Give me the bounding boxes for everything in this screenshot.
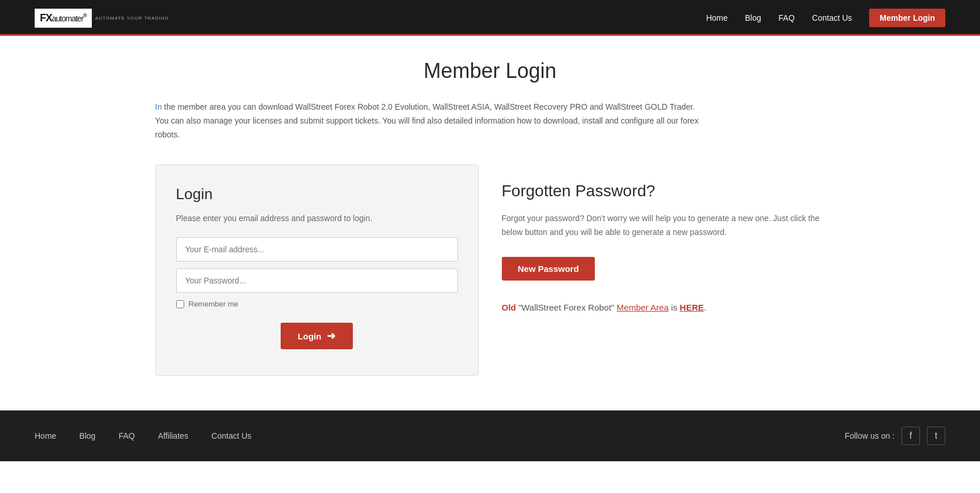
intro-body: the member area you can download WallStr…: [155, 102, 699, 139]
header: FXautomater® AUTOMATE YOUR TRADING Home …: [0, 0, 980, 36]
facebook-letter: f: [910, 431, 912, 441]
logo-fx-text: FX: [40, 12, 52, 24]
login-subtitle: Please enter you email address and passw…: [176, 214, 458, 223]
main-nav: Home Blog FAQ Contact Us Member Login: [706, 9, 945, 27]
remember-checkbox[interactable]: [176, 300, 184, 308]
facebook-icon[interactable]: f: [901, 427, 920, 445]
old-prefix: Old: [502, 302, 516, 312]
twitter-letter: t: [935, 431, 937, 441]
nav-member-login[interactable]: Member Login: [869, 9, 945, 27]
forgot-box: Forgotten Password? Forgot your password…: [502, 165, 825, 332]
remember-row: Remember me: [176, 300, 458, 308]
here-label: HERE: [680, 302, 704, 312]
two-col-layout: Login Please enter you email address and…: [155, 165, 825, 376]
footer-nav: Home Blog FAQ Affiliates Contact Us: [35, 431, 251, 440]
old-is: is: [671, 302, 677, 312]
email-input[interactable]: [176, 237, 458, 262]
logo-fx: FXautomater®: [35, 9, 92, 28]
forgot-description: Forgot your password? Don't worry we wil…: [502, 212, 825, 240]
logo-reg: ®: [83, 13, 87, 18]
nav-faq[interactable]: FAQ: [778, 13, 795, 23]
login-title: Login: [176, 185, 458, 203]
intro-text: In the member area you can download Wall…: [155, 100, 704, 141]
intro-highlight: In: [155, 102, 162, 111]
new-password-button[interactable]: New Password: [502, 257, 595, 281]
nav-home[interactable]: Home: [706, 13, 728, 23]
login-arrow-icon: ➜: [327, 330, 336, 342]
here-link[interactable]: HERE: [680, 302, 704, 312]
forgot-title: Forgotten Password?: [502, 182, 825, 200]
old-member-area-link[interactable]: Member Area: [617, 302, 669, 312]
old-member-area-label: Member Area: [617, 302, 669, 312]
footer-blog[interactable]: Blog: [79, 431, 95, 440]
main-content: Member Login In the member area you can …: [144, 36, 837, 410]
period: .: [704, 302, 706, 312]
footer-contact[interactable]: Contact Us: [211, 431, 251, 440]
old-quote: "WallStreet Forex Robot": [519, 302, 614, 312]
login-button[interactable]: Login ➜: [281, 323, 353, 349]
footer-home[interactable]: Home: [35, 431, 56, 440]
password-input[interactable]: [176, 268, 458, 293]
twitter-icon[interactable]: t: [927, 427, 945, 445]
logo: FXautomater® AUTOMATE YOUR TRADING: [35, 9, 169, 28]
nav-blog[interactable]: Blog: [745, 13, 761, 23]
remember-label: Remember me: [189, 300, 239, 308]
old-member-text: Old "WallStreet Forex Robot" Member Area…: [502, 301, 825, 315]
footer-faq[interactable]: FAQ: [118, 431, 135, 440]
follow-text: Follow us on :: [845, 431, 895, 440]
login-box: Login Please enter you email address and…: [155, 165, 479, 376]
logo-sub-text: AUTOMATE YOUR TRADING: [95, 16, 169, 21]
footer: Home Blog FAQ Affiliates Contact Us Foll…: [0, 410, 980, 461]
login-button-label: Login: [298, 331, 322, 341]
logo-tagline: AUTOMATE YOUR TRADING: [95, 16, 169, 21]
nav-contact[interactable]: Contact Us: [812, 13, 852, 23]
footer-affiliates[interactable]: Affiliates: [158, 431, 188, 440]
logo-name: automater: [52, 14, 83, 23]
footer-right: Follow us on : f t: [845, 427, 945, 445]
page-title: Member Login: [155, 59, 825, 83]
